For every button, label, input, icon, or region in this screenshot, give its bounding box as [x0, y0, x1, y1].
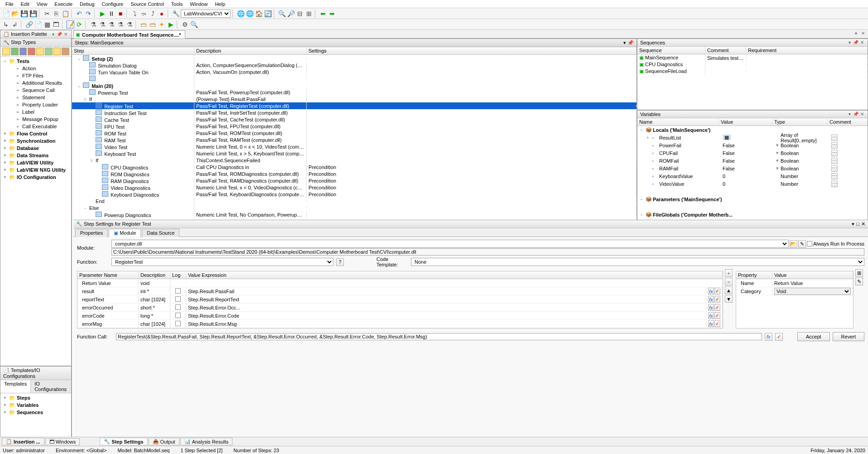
variable-row[interactable]: ▫ROMFailFalse▾Boolean⋯	[637, 157, 868, 164]
step-out-icon[interactable]: ⤴	[149, 10, 157, 18]
tree-item-action[interactable]: ▫Action	[1, 65, 70, 72]
db2-icon[interactable]: 🗃	[149, 20, 157, 29]
tree-item-tests[interactable]: −📁Tests	[1, 58, 70, 65]
tree-item-statement[interactable]: ▫Statement	[1, 94, 70, 101]
param-add-button[interactable]: +	[725, 269, 733, 277]
star-icon[interactable]: ✦	[158, 20, 166, 29]
col-desc[interactable]: Description	[194, 47, 307, 54]
step-row[interactable]: Powerup TestPass/Fail Test, PowerupTest …	[72, 89, 637, 96]
save-icon[interactable]: 💾	[20, 10, 28, 18]
menu-help[interactable]: Help	[211, 1, 229, 7]
steps-dropdown-icon[interactable]: ▾	[623, 40, 626, 45]
palette-type-6[interactable]	[45, 48, 53, 55]
param-row[interactable]: errorMsgchar [1024]Step.Result.Error.Msg…	[77, 320, 723, 328]
col-comment[interactable]: Comment	[705, 47, 746, 54]
sequence-row[interactable]: ▣ MainSequenceSimulates testing a ...	[637, 54, 868, 61]
toggle-breakpoint-icon[interactable]: ●	[158, 10, 166, 18]
tree-item-call-executable[interactable]: ▫Call Executable	[1, 123, 70, 130]
param-remove-button[interactable]: −	[725, 278, 733, 285]
tree-item-steps[interactable]: +📁Steps	[1, 394, 70, 401]
sequences-grid[interactable]: ▣ MainSequenceSimulates testing a ...▣ C…	[637, 54, 868, 110]
param-row[interactable]: errorCodelong *Step.Result.Error.Codefx✓	[77, 312, 723, 320]
tree-item-ftp-files[interactable]: ▫FTP Files	[1, 72, 70, 79]
tab-sequence-file[interactable]: ▣ Computer Motherboard Test Sequence....…	[73, 30, 185, 39]
redo-icon[interactable]: ↷	[84, 10, 92, 18]
bottom-tab-step-settings[interactable]: 🔧Step Settings	[100, 438, 147, 445]
tree-item-property-loader[interactable]: ▫Property Loader	[1, 101, 70, 108]
tree-item-variables[interactable]: +📁Variables	[1, 401, 70, 409]
settings-min-icon[interactable]: ▾	[852, 221, 854, 227]
variable-row[interactable]: −📦Parameters ('MainSequence')	[637, 195, 868, 203]
menu-execute[interactable]: Execute	[51, 1, 76, 7]
save-all-icon[interactable]: 💾	[29, 10, 37, 18]
bottom-tab-insertion[interactable]: 📋Insertion ...	[2, 438, 44, 445]
tree-item-data-streams[interactable]: +📁Data Streams	[1, 152, 70, 159]
col-param-desc[interactable]: Description	[139, 271, 170, 279]
stop-icon[interactable]: ■	[116, 10, 125, 18]
tree-item-additional-results[interactable]: ▫Additional Results	[1, 79, 70, 87]
settings-max-icon[interactable]: □	[856, 221, 859, 227]
tab-properties[interactable]: Properties	[75, 229, 108, 237]
variable-row[interactable]: +▫ResultList▦Array of Result[0..empty]⋯	[637, 134, 868, 141]
palette-type-8[interactable]	[62, 48, 69, 55]
menu-configure[interactable]: Configure	[98, 1, 127, 7]
menu-tools[interactable]: Tools	[168, 1, 187, 7]
variable-row[interactable]: ▫CPUFailFalse▾Boolean⋯	[637, 149, 868, 157]
tab-ioconfig[interactable]: IO Configurations	[31, 380, 71, 393]
col-param-value[interactable]: Value Expression	[186, 271, 723, 279]
steps-pin-icon[interactable]: 📌	[627, 40, 634, 45]
window-icon[interactable]: 🗔	[52, 20, 60, 29]
palette-type-4[interactable]	[28, 48, 35, 55]
tree-item-message-popup[interactable]: ▫Message Popup	[1, 116, 70, 123]
accept-button[interactable]: Accept	[797, 332, 830, 341]
seq-pin-icon[interactable]: 📌	[853, 40, 858, 45]
copy-icon[interactable]: ⎘	[52, 10, 60, 18]
var-menu-icon[interactable]: ▾	[847, 111, 852, 117]
palette-type-5[interactable]	[36, 48, 44, 55]
col-step[interactable]: Step	[72, 47, 194, 54]
go-icon[interactable]: ▶	[167, 20, 175, 29]
variable-row[interactable]: −📦FileGlobals ('Computer Motherb...	[637, 211, 868, 218]
dropdown-icon[interactable]: ▾	[50, 32, 56, 37]
props-icon[interactable]: 📝	[66, 20, 74, 29]
forward-icon[interactable]: ➡	[328, 10, 336, 18]
tab-menu-icon[interactable]: ▾	[853, 31, 859, 37]
menu-source-control[interactable]: Source Control	[127, 1, 167, 7]
adapter-combo[interactable]: LabWindows/CVI	[181, 10, 231, 18]
module-path-field[interactable]	[111, 248, 864, 256]
menu-debug[interactable]: Debug	[76, 1, 98, 7]
col-var-value[interactable]: Value	[719, 118, 772, 126]
property-row[interactable]: CategoryVoid	[736, 287, 853, 295]
variable-row[interactable]	[637, 188, 868, 195]
step-row[interactable]: Keyboard TestNumeric Limit Test, x > 5, …	[72, 150, 637, 157]
browse-module-button[interactable]: 📂	[790, 240, 797, 248]
bottom-tab-windows[interactable]: 🗔Windows	[45, 438, 80, 445]
code-template-combo[interactable]: None	[411, 258, 864, 266]
step-over-icon[interactable]: ⤼	[140, 10, 148, 18]
tab-close-icon[interactable]: ✕	[860, 31, 866, 37]
param-row[interactable]: Return Valuevoid	[77, 279, 723, 287]
tab-datasource[interactable]: Data Source	[142, 229, 179, 237]
col-var-name[interactable]: Name	[637, 118, 719, 126]
run-icon[interactable]: ▶	[98, 10, 106, 18]
paste-icon[interactable]: 📋	[61, 10, 69, 18]
var-close-icon[interactable]: ✕	[859, 111, 865, 117]
tree-item-synchronization[interactable]: +📁Synchronization	[1, 137, 70, 145]
revert-button[interactable]: Revert	[833, 332, 864, 341]
pause-icon[interactable]: ⏸	[107, 10, 116, 18]
col-sequence[interactable]: Sequence	[637, 47, 705, 54]
flask5-icon[interactable]: ⚗	[125, 20, 134, 29]
reload-icon[interactable]: ⟳	[75, 20, 83, 29]
step-row[interactable]: Keyboard DiagnosticsPass/Fail Test, Keyb…	[72, 191, 637, 198]
col-settings[interactable]: Settings	[307, 47, 637, 54]
col-prop-value[interactable]: Value	[772, 271, 853, 279]
variable-row[interactable]: ▫PowerFailFalse▾Boolean⋯	[637, 141, 868, 149]
expand-icon[interactable]: ⊞	[305, 10, 313, 18]
step-row[interactable]: End	[72, 198, 637, 204]
col-var-type[interactable]: Type	[772, 118, 828, 126]
property-row[interactable]: NameReturn Value	[736, 279, 853, 287]
settings-close-icon[interactable]: ✕	[861, 221, 865, 227]
flask4-icon[interactable]: ⚗	[116, 20, 125, 29]
tab-templates[interactable]: Templates	[0, 380, 31, 393]
palette-type-1[interactable]	[2, 48, 10, 55]
